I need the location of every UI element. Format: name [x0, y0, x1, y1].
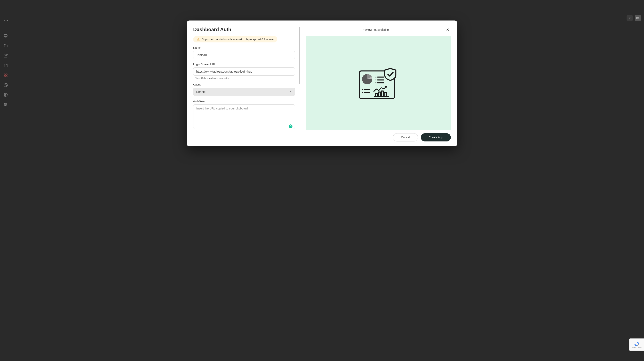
cache-label: Cache — [193, 83, 295, 86]
warning-chip: Supported on windows devices with player… — [193, 36, 277, 42]
cache-select[interactable]: Enable — [193, 88, 295, 96]
recaptcha-icon — [634, 341, 639, 347]
name-label: Name — [193, 46, 295, 49]
modal-title: Dashboard Auth — [193, 27, 300, 32]
login-url-input[interactable] — [193, 67, 295, 76]
create-app-button[interactable]: Create App — [421, 133, 451, 141]
preview-label: Preview not available — [306, 28, 444, 31]
login-url-note: Note: Only https link is supported — [195, 77, 295, 79]
modal-backdrop: Dashboard Auth Supported on windows devi… — [0, 0, 644, 361]
svg-point-22 — [362, 89, 364, 90]
preview-pane — [306, 36, 451, 130]
dashboard-illustration-icon — [356, 65, 401, 102]
close-icon: ✕ — [446, 28, 449, 32]
close-button[interactable]: ✕ — [444, 27, 451, 33]
svg-point-24 — [362, 92, 364, 93]
scrollbar[interactable] — [299, 27, 300, 84]
modal-footer: Cancel Create App — [187, 130, 457, 146]
recaptcha-badge: Privacy - Terms — [629, 339, 644, 351]
warning-icon — [197, 38, 200, 41]
dashboard-auth-modal: Dashboard Auth Supported on windows devi… — [187, 20, 457, 146]
warning-text: Supported on windows devices with player… — [202, 38, 274, 41]
form-scroll-area[interactable]: Supported on windows devices with player… — [193, 36, 300, 130]
svg-point-18 — [376, 79, 376, 80]
cancel-button[interactable]: Cancel — [393, 133, 418, 141]
svg-point-16 — [376, 77, 376, 78]
grammarly-icon: G — [288, 124, 293, 128]
login-url-label: Login Screen URL — [193, 63, 295, 66]
svg-point-20 — [376, 82, 376, 83]
authtoken-label: AuthToken — [193, 100, 295, 103]
authtoken-textarea[interactable] — [193, 104, 295, 129]
name-input[interactable] — [193, 51, 295, 59]
